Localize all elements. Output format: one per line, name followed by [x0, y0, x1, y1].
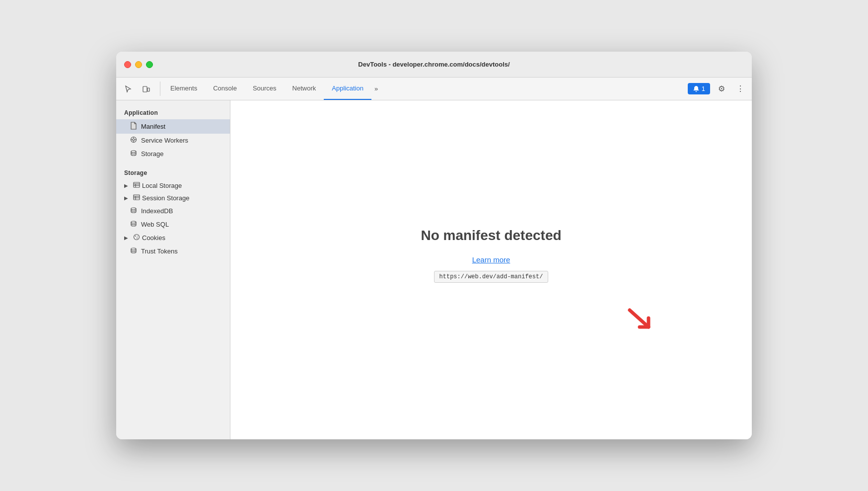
sidebar-item-cookies[interactable]: ▶ Cookies: [116, 231, 230, 245]
tab-elements[interactable]: Elements: [162, 78, 205, 100]
sidebar-item-storage[interactable]: Storage: [116, 147, 230, 161]
window-title: DevTools - developer.chrome.com/docs/dev…: [358, 61, 509, 68]
svg-point-8: [131, 151, 136, 153]
no-manifest-title: No manifest detected: [421, 228, 561, 244]
svg-rect-0: [143, 86, 147, 92]
svg-point-19: [134, 235, 140, 240]
sidebar-item-web-sql-label: Web SQL: [141, 221, 169, 228]
more-tabs-button[interactable]: »: [371, 78, 381, 100]
tabbar-right: 1 ⚙ ⋮: [688, 78, 748, 100]
sidebar-item-cookies-label: Cookies: [142, 234, 165, 242]
indexeddb-icon: [130, 207, 137, 215]
svg-point-18: [131, 221, 136, 223]
svg-point-17: [131, 208, 136, 210]
manifest-icon: [130, 122, 137, 131]
more-options-button[interactable]: ⋮: [733, 82, 748, 96]
traffic-lights: [124, 61, 153, 68]
sidebar-divider: [116, 161, 230, 166]
sidebar-item-trust-tokens-label: Trust Tokens: [141, 247, 178, 255]
tab-console[interactable]: Console: [205, 78, 245, 100]
web-sql-icon: [130, 220, 137, 229]
sidebar-item-manifest-label: Manifest: [141, 123, 165, 130]
local-storage-icon: [133, 182, 140, 189]
red-arrow-annotation: [626, 306, 652, 335]
devtools-window: DevTools - developer.chrome.com/docs/dev…: [116, 52, 752, 439]
tabbar: Elements Console Sources Network Applica…: [116, 78, 752, 100]
sidebar-section-application: Application: [116, 106, 230, 119]
service-workers-icon: [130, 136, 137, 145]
close-button[interactable]: [124, 61, 131, 68]
minimize-button[interactable]: [135, 61, 142, 68]
main-area: Application Manifest: [116, 100, 752, 439]
svg-point-3: [133, 139, 135, 141]
no-manifest-container: No manifest detected Learn more https://…: [421, 228, 561, 283]
cookies-expand-icon: ▶: [124, 235, 131, 241]
cookies-icon: [133, 234, 140, 242]
sidebar-item-indexeddb-label: IndexedDB: [141, 207, 173, 215]
svg-point-22: [137, 236, 138, 236]
learn-more-link[interactable]: Learn more: [472, 255, 510, 264]
tab-network[interactable]: Network: [285, 78, 324, 100]
svg-point-23: [131, 248, 136, 250]
maximize-button[interactable]: [146, 61, 153, 68]
sidebar-item-web-sql[interactable]: Web SQL: [116, 218, 230, 231]
storage-icon: [130, 150, 137, 158]
notification-count: 1: [702, 85, 705, 92]
svg-point-21: [137, 238, 138, 239]
sidebar-item-storage-label: Storage: [141, 150, 164, 158]
tab-sources[interactable]: Sources: [245, 78, 285, 100]
cursor-icon-button[interactable]: [120, 81, 136, 97]
notification-button[interactable]: 1: [688, 83, 710, 94]
sidebar-item-local-storage-label: Local Storage: [142, 182, 182, 189]
svg-point-20: [135, 236, 136, 237]
titlebar: DevTools - developer.chrome.com/docs/dev…: [116, 52, 752, 78]
session-storage-expand-icon: ▶: [124, 195, 131, 201]
tabbar-divider: [160, 82, 160, 96]
svg-rect-13: [134, 195, 140, 200]
sidebar-item-service-workers[interactable]: Service Workers: [116, 134, 230, 147]
sidebar-item-indexeddb[interactable]: IndexedDB: [116, 204, 230, 218]
trust-tokens-icon: [130, 247, 137, 255]
sidebar: Application Manifest: [116, 100, 230, 439]
device-toolbar-button[interactable]: [138, 81, 154, 97]
sidebar-section-storage: Storage: [116, 166, 230, 179]
sidebar-item-session-storage-label: Session Storage: [142, 194, 189, 202]
sidebar-item-session-storage[interactable]: ▶ Session Storage: [116, 192, 230, 204]
session-storage-icon: [133, 194, 140, 202]
sidebar-item-trust-tokens[interactable]: Trust Tokens: [116, 245, 230, 258]
sidebar-item-manifest[interactable]: Manifest: [116, 119, 230, 134]
svg-rect-1: [147, 88, 149, 91]
settings-button[interactable]: ⚙: [714, 82, 729, 96]
svg-rect-9: [134, 182, 140, 187]
local-storage-expand-icon: ▶: [124, 183, 131, 188]
sidebar-item-local-storage[interactable]: ▶ Local Storage: [116, 179, 230, 192]
tab-application[interactable]: Application: [324, 78, 371, 100]
url-tooltip: https://web.dev/add-manifest/: [434, 271, 549, 283]
tabbar-left-tools: [120, 78, 154, 100]
tabs: Elements Console Sources Network Applica…: [162, 78, 688, 100]
content-panel: No manifest detected Learn more https://…: [230, 100, 752, 439]
sidebar-item-service-workers-label: Service Workers: [141, 137, 188, 144]
